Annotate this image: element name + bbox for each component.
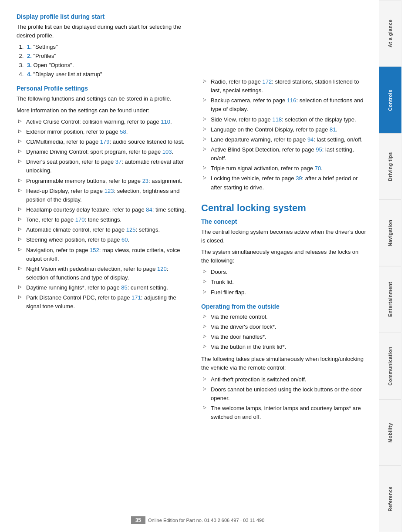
right-column: Radio, refer to page 172: stored station…: [201, 13, 367, 423]
page-number: 35: [131, 516, 145, 524]
link-num: 116: [287, 97, 297, 104]
link-num: 170: [75, 216, 85, 223]
link-num: 94: [307, 136, 314, 143]
list-item: Dynamic Driving Control: sport program, …: [17, 148, 188, 156]
section1-title: Display profile list during start: [17, 13, 188, 20]
link-num: 123: [104, 188, 114, 194]
link-num: 118: [272, 116, 282, 123]
link-num: 70: [315, 165, 321, 172]
steps-list: 1. "Settings" 2. "Profiles" 3. Open "Opt…: [25, 43, 188, 79]
operating-outside-subtitle: Operating from the outside: [201, 303, 367, 310]
list-item: Doors cannot be unlocked using the lock …: [201, 385, 367, 403]
central-locking-title: Central locking system: [201, 202, 367, 214]
list-item: Triple turn signal activation, refer to …: [201, 164, 367, 173]
list-item: Side View, refer to page 118: selection …: [201, 115, 367, 124]
main-content: Display profile list during start The pr…: [0, 0, 379, 532]
link-num: 84: [146, 206, 152, 213]
link-num: 81: [330, 126, 336, 133]
left-column: Display profile list during start The pr…: [17, 13, 188, 423]
section4-body1: The central locking system becomes activ…: [201, 228, 367, 245]
page-wrapper: Display profile list during start The pr…: [0, 0, 418, 532]
list-item: Via the button in the trunk lid*.: [201, 343, 367, 351]
list-item: Driver's seat position, refer to page 37…: [17, 158, 188, 175]
section4-bullets3: Anti-theft protection is switched on/off…: [201, 375, 367, 422]
link-num: 37: [115, 158, 121, 165]
list-item: Daytime running lights*, refer to page 8…: [17, 283, 188, 292]
list-item: Via the remote control.: [201, 313, 367, 321]
list-item: Lane departure warning, refer to page 94…: [201, 135, 367, 144]
list-item: Navigation, refer to page 152: map views…: [17, 246, 188, 263]
step-2-num: 2.: [27, 53, 32, 59]
link-num: 125: [126, 226, 136, 233]
link-num: 23: [142, 178, 148, 184]
step-4: 4. "Display user list at startup": [25, 70, 188, 79]
link-num: 152: [90, 247, 99, 253]
link-num: 172: [263, 78, 272, 85]
list-item: Headlamp courtesy delay feature, refer t…: [17, 205, 188, 214]
list-item: Radio, refer to page 172: stored station…: [201, 77, 367, 95]
section2-title: Personal Profile settings: [17, 85, 188, 92]
list-item: Locking the vehicle, refer to page 39: a…: [201, 174, 367, 192]
list-item: Trunk lid.: [201, 278, 367, 286]
sidebar-tab-driving-tips[interactable]: Driving tips: [379, 133, 401, 200]
page-footer: 35 Online Edition for Part no. 01 40 2 6…: [0, 516, 395, 524]
list-item: Night Vision with pedestrian detection, …: [17, 265, 188, 282]
concept-subtitle: The concept: [201, 218, 367, 225]
list-item: Steering wheel position, refer to page 6…: [17, 236, 188, 244]
list-item: Tone, refer to page 170: tone settings.: [17, 215, 188, 224]
link-num: 95: [316, 146, 322, 153]
step-3: 3. Open "Options".: [25, 61, 188, 70]
section3-right-bullets: Radio, refer to page 172: stored station…: [201, 77, 367, 192]
list-item: Automatic climate control, refer to page…: [17, 226, 188, 234]
section2-body1: The following functions and settings can…: [17, 94, 188, 103]
sidebar-tab-reference[interactable]: Reference: [379, 465, 401, 532]
list-item: Head-up Display, refer to page 123: sele…: [17, 187, 188, 204]
section1-body1: The profile list can be displayed during…: [17, 23, 188, 40]
link-num: 179: [100, 138, 110, 145]
two-col-layout: Display profile list during start The pr…: [17, 13, 367, 423]
list-item: Via the driver's door lock*.: [201, 323, 367, 331]
sidebar-tab-entertainment[interactable]: Entertainment: [379, 266, 401, 333]
sidebar: At a glanceControlsDriving tipsNavigatio…: [379, 0, 401, 532]
step-1: 1. "Settings": [25, 43, 188, 52]
section2-bullets: Active Cruise Control: collision warning…: [17, 118, 188, 311]
list-item: Backup camera, refer to page 116: select…: [201, 96, 367, 114]
step-2: 2. "Profiles": [25, 52, 188, 61]
link-num: 85: [121, 284, 127, 291]
list-item: Park Distance Control PDC, refer to page…: [17, 293, 188, 311]
sidebar-tab-navigation[interactable]: Navigation: [379, 199, 401, 266]
list-item: Language on the Control Display, refer t…: [201, 125, 367, 134]
step-3-num: 3.: [27, 62, 32, 68]
list-item: The welcome lamps, interior lamps and co…: [201, 404, 367, 421]
list-item: Active Cruise Control: collision warning…: [17, 118, 188, 126]
list-item: Anti-theft protection is switched on/off…: [201, 375, 367, 384]
link-num: 110: [161, 118, 170, 125]
link-num: 171: [131, 294, 141, 301]
section4-body2: The system simultaneously engages and re…: [201, 248, 367, 265]
section4-bullets2: Via the remote control.Via the driver's …: [201, 313, 367, 352]
section4-bullets: Doors.Trunk lid.Fuel filler flap.: [201, 268, 367, 296]
list-item: Via the door handles*.: [201, 333, 367, 341]
list-item: CD/Multimedia, refer to page 179: audio …: [17, 138, 188, 146]
link-num: 39: [296, 175, 302, 182]
step-1-num: 1.: [27, 44, 32, 50]
section2-body2: More information on the settings can be …: [17, 106, 188, 115]
step-4-num: 4.: [27, 71, 32, 77]
footer-text: Online Edition for Part no. 01 40 2 606 …: [148, 518, 264, 523]
link-num: 103: [162, 148, 172, 155]
list-item: Doors.: [201, 268, 367, 276]
sidebar-tab-mobility[interactable]: Mobility: [379, 399, 401, 466]
list-item: Fuel filler flap.: [201, 288, 367, 297]
sidebar-tab-at-a-glance[interactable]: At a glance: [379, 0, 401, 67]
link-num: 60: [121, 236, 128, 243]
list-item: Programmable memory buttons, refer to pa…: [17, 177, 188, 185]
sidebar-tab-controls[interactable]: Controls: [379, 67, 401, 133]
section4-body3: The following takes place simultaneously…: [201, 355, 367, 372]
list-item: Exterior mirror position, refer to page …: [17, 128, 188, 136]
link-num: 120: [157, 266, 167, 272]
sidebar-tab-communication[interactable]: Communication: [379, 333, 401, 399]
list-item: Active Blind Spot Detection, refer to pa…: [201, 145, 367, 163]
link-num: 58: [120, 128, 126, 135]
